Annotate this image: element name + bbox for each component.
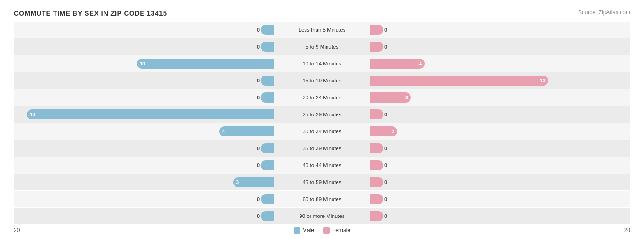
- bar-row: 090 or more Minutes0: [14, 208, 630, 224]
- male-bar-value: 0: [257, 27, 260, 33]
- male-bar-section: 18: [14, 106, 276, 123]
- female-bar-section: 13: [368, 72, 630, 89]
- female-bar-section: 0: [368, 22, 630, 38]
- bar-row: 0Less than 5 Minutes0: [14, 22, 630, 38]
- female-bar-section: 0: [368, 140, 630, 157]
- female-bar-value: 2: [392, 129, 397, 134]
- female-bar-value: 3: [405, 95, 411, 100]
- male-bar-value: 0: [257, 146, 260, 151]
- male-bar-value: 4: [219, 129, 225, 134]
- female-bar: [370, 211, 383, 221]
- legend: Male Female: [277, 227, 367, 234]
- male-bar-section: 0: [14, 72, 276, 89]
- chart-header: COMMUTE TIME BY SEX IN ZIP CODE 13415 So…: [14, 9, 630, 17]
- bar-row: 015 to 19 Minutes13: [14, 72, 630, 89]
- female-bar: [370, 143, 383, 153]
- male-bar-section: 0: [14, 38, 276, 55]
- male-bar-value: 0: [257, 95, 260, 100]
- bar-label: 30 to 34 Minutes: [276, 129, 368, 134]
- female-bar-value: 0: [384, 179, 387, 185]
- female-bar-section: 2: [368, 123, 630, 140]
- male-bar-value: 0: [257, 44, 260, 49]
- male-bar: [261, 194, 274, 204]
- male-bar-section: 10: [14, 55, 276, 72]
- male-bar: [261, 143, 274, 153]
- male-bar-section: 0: [14, 22, 276, 38]
- bar-row: 345 to 59 Minutes0: [14, 174, 630, 190]
- female-bar-section: 0: [368, 174, 630, 190]
- female-bar: [370, 109, 383, 120]
- bar-label: 5 to 9 Minutes: [276, 44, 368, 49]
- female-bar-section: 0: [368, 157, 630, 174]
- bar-label: Less than 5 Minutes: [276, 27, 368, 33]
- female-bar-value: 13: [540, 78, 548, 83]
- bar-row: 060 to 89 Minutes0: [14, 191, 630, 207]
- bar-row: 040 to 44 Minutes0: [14, 157, 630, 174]
- male-bar-section: 0: [14, 191, 276, 207]
- male-legend-label: Male: [302, 227, 314, 234]
- male-bar: [261, 25, 274, 35]
- female-bar-value: 0: [384, 213, 387, 219]
- male-bar-section: 0: [14, 157, 276, 174]
- female-bar-section: 0: [368, 106, 630, 123]
- male-bar: 4: [219, 126, 274, 136]
- female-bar-value: 0: [384, 163, 387, 168]
- male-bar-value: 18: [27, 112, 35, 117]
- female-bar: 4: [370, 59, 425, 69]
- male-bar-value: 0: [257, 163, 260, 168]
- male-bar-section: 0: [14, 208, 276, 224]
- female-bar-section: 0: [368, 191, 630, 207]
- chart-title: COMMUTE TIME BY SEX IN ZIP CODE 13415: [14, 9, 167, 17]
- bar-label: 10 to 14 Minutes: [276, 61, 368, 66]
- female-bar: 2: [370, 126, 397, 136]
- chart-area: 0Less than 5 Minutes005 to 9 Minutes0101…: [14, 22, 630, 224]
- female-bar: [370, 160, 383, 170]
- female-bar: [370, 177, 383, 187]
- male-bar-value: 0: [257, 196, 260, 202]
- female-bar-value: 0: [384, 112, 387, 117]
- male-bar-value: 0: [257, 78, 260, 83]
- female-legend-box: [323, 227, 330, 234]
- male-bar: 18: [27, 109, 274, 120]
- male-bar: [261, 76, 274, 86]
- female-bar-value: 0: [384, 196, 387, 202]
- male-bar: [261, 42, 274, 52]
- male-bar: [261, 160, 274, 170]
- bar-row: 035 to 39 Minutes0: [14, 140, 630, 157]
- bar-label: 20 to 24 Minutes: [276, 95, 368, 100]
- axis-left-label: 20: [14, 227, 277, 234]
- female-bar: [370, 42, 383, 52]
- male-bar: 10: [137, 59, 274, 69]
- legend-male: Male: [294, 227, 314, 234]
- female-bar-value: 0: [384, 44, 387, 49]
- bar-label: 35 to 39 Minutes: [276, 146, 368, 151]
- male-bar: [261, 92, 274, 103]
- bar-label: 15 to 19 Minutes: [276, 78, 368, 83]
- legend-female: Female: [323, 227, 350, 234]
- male-bar-section: 0: [14, 140, 276, 157]
- bar-row: 1825 to 29 Minutes0: [14, 106, 630, 123]
- female-bar-value: 0: [384, 27, 387, 33]
- bar-row: 05 to 9 Minutes0: [14, 38, 630, 55]
- bar-row: 430 to 34 Minutes2: [14, 123, 630, 140]
- male-bar-section: 4: [14, 123, 276, 140]
- male-bar-section: 3: [14, 174, 276, 190]
- bar-label: 90 or more Minutes: [276, 213, 368, 219]
- axis-right-label: 20: [367, 227, 630, 234]
- bar-label: 45 to 59 Minutes: [276, 179, 368, 185]
- bar-label: 40 to 44 Minutes: [276, 163, 368, 168]
- bar-row: 020 to 24 Minutes3: [14, 89, 630, 106]
- male-bar: 3: [233, 177, 274, 187]
- axis-row: 20 Male Female 20: [14, 227, 630, 234]
- female-bar-section: 0: [368, 38, 630, 55]
- female-bar-section: 0: [368, 208, 630, 224]
- female-bar-value: 0: [384, 146, 387, 151]
- male-bar: [261, 211, 274, 221]
- bar-row: 1010 to 14 Minutes4: [14, 55, 630, 72]
- male-bar-value: 3: [233, 179, 239, 185]
- male-bar-value: 10: [137, 61, 145, 66]
- female-bar: 3: [370, 92, 411, 103]
- male-legend-box: [294, 227, 300, 234]
- female-bar-value: 4: [419, 61, 425, 66]
- male-bar-section: 0: [14, 89, 276, 106]
